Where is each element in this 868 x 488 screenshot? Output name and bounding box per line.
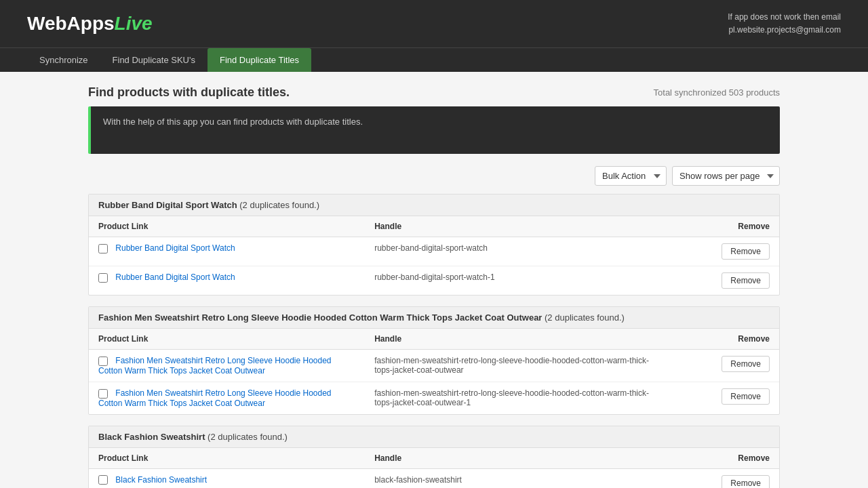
handle-cell-0-0: rubber-band-digital-sport-watch [365,237,675,266]
row-checkbox-1-0[interactable] [98,357,108,366]
nav-synchronize[interactable]: Synchronize [27,48,100,72]
remove-button-2-0[interactable]: Remove [722,475,770,488]
product-link-1-0[interactable]: Fashion Men Sweatshirt Retro Long Sleeve… [98,356,332,375]
table-row: Rubber Band Digital Sport Watch rubber-b… [89,266,779,296]
product-cell-1-0: Fashion Men Sweatshirt Retro Long Sleeve… [89,350,365,382]
product-link-0-0[interactable]: Rubber Band Digital Sport Watch [115,243,235,253]
sync-count: Total synchronized 503 products [654,87,780,98]
logo: WebAppsLive [27,13,153,35]
table-row: Fashion Men Sweatshirt Retro Long Sleeve… [89,382,779,413]
row-checkbox-2-0[interactable] [98,475,108,485]
table-row: Black Fashion Sweatshirt black-fashion-s… [89,468,779,488]
handle-cell-1-0: fashion-men-sweatshirt-retro-long-sleeve… [365,350,675,382]
col-header-product: Product Link [89,329,365,350]
info-text: With the help of this app you can find p… [103,117,363,127]
col-header-remove: Remove [675,329,779,350]
header: WebAppsLive If app does not work then em… [0,0,868,47]
row-checkbox-0-0[interactable] [98,244,108,253]
col-header-handle: Handle [365,329,675,350]
header-contact: If app does not work then email pl.websi… [728,11,841,37]
group-header-0: Rubber Band Digital Sport Watch (2 dupli… [89,195,779,216]
product-cell-2-0: Black Fashion Sweatshirt [89,468,365,488]
product-link-1-1[interactable]: Fashion Men Sweatshirt Retro Long Sleeve… [98,388,332,408]
product-link-0-1[interactable]: Rubber Band Digital Sport Watch [115,272,235,282]
info-box: With the help of this app you can find p… [88,106,780,154]
toolbar: Bulk Action Show rows per page [88,166,780,186]
handle-text-2-0: black-fashion-sweatshirt [374,475,462,485]
page-title: Find products with duplicate titles. [88,85,290,100]
product-cell-1-1: Fashion Men Sweatshirt Retro Long Sleeve… [89,382,365,413]
product-link-2-0[interactable]: Black Fashion Sweatshirt [115,475,207,485]
remove-cell-2-0: Remove [675,468,779,488]
remove-cell-0-0: Remove [675,237,779,266]
row-checkbox-0-1[interactable] [98,273,108,283]
col-header-remove: Remove [675,448,779,469]
col-header-handle: Handle [365,448,675,469]
duplicate-group-2: Black Fashion Sweatshirt (2 duplicates f… [88,426,780,488]
row-checkbox-1-1[interactable] [98,389,108,399]
logo-accent: Live [115,13,153,34]
rows-per-page-select[interactable]: Show rows per page [672,166,780,186]
bulk-action-select[interactable]: Bulk Action [595,166,667,186]
contact-line2: pl.website.projects@gmail.com [728,24,841,37]
duplicate-groups-container: Rubber Band Digital Sport Watch (2 dupli… [88,194,780,488]
handle-cell-0-1: rubber-band-digital-sport-watch-1 [365,266,675,296]
group-header-2: Black Fashion Sweatshirt (2 duplicates f… [89,426,779,448]
remove-button-0-0[interactable]: Remove [722,243,770,260]
remove-cell-1-0: Remove [675,350,779,382]
handle-text-1-1: fashion-men-sweatshirt-retro-long-sleeve… [374,388,649,407]
duplicate-group-0: Rubber Band Digital Sport Watch (2 dupli… [88,194,780,296]
group-header-1: Fashion Men Sweatshirt Retro Long Sleeve… [89,307,779,329]
main-content: Find products with duplicate titles. Tot… [61,72,807,488]
duplicate-group-1: Fashion Men Sweatshirt Retro Long Sleeve… [88,306,780,415]
page-header: Find products with duplicate titles. Tot… [88,85,780,100]
col-header-remove: Remove [675,216,779,237]
handle-text-0-0: rubber-band-digital-sport-watch [374,243,488,253]
nav-find-duplicate-skus[interactable]: Find Duplicate SKU's [100,48,208,72]
handle-text-0-1: rubber-band-digital-sport-watch-1 [374,272,494,282]
table-row: Fashion Men Sweatshirt Retro Long Sleeve… [89,350,779,382]
table-row: Rubber Band Digital Sport Watch rubber-b… [89,237,779,266]
remove-cell-0-1: Remove [675,266,779,296]
col-header-product: Product Link [89,216,365,237]
product-cell-0-1: Rubber Band Digital Sport Watch [89,266,365,296]
remove-button-0-1[interactable]: Remove [722,272,770,289]
col-header-product: Product Link [89,448,365,469]
handle-cell-2-0: black-fashion-sweatshirt [365,468,675,488]
nav: Synchronize Find Duplicate SKU's Find Du… [0,47,868,72]
product-cell-0-0: Rubber Band Digital Sport Watch [89,237,365,266]
col-header-handle: Handle [365,216,675,237]
contact-line1: If app does not work then email [728,11,841,24]
remove-button-1-0[interactable]: Remove [722,356,770,372]
handle-cell-1-1: fashion-men-sweatshirt-retro-long-sleeve… [365,382,675,413]
handle-text-1-0: fashion-men-sweatshirt-retro-long-sleeve… [374,356,649,375]
nav-find-duplicate-titles[interactable]: Find Duplicate Titles [208,48,311,72]
remove-button-1-1[interactable]: Remove [722,388,770,405]
remove-cell-1-1: Remove [675,382,779,413]
